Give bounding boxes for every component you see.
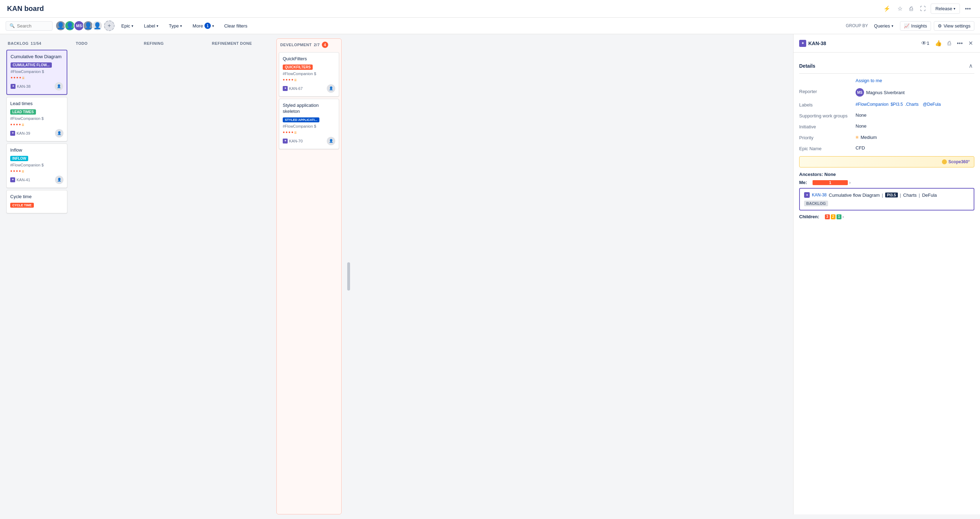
card-kan-70-id: ✦ KAN-70 <box>283 139 303 143</box>
type-filter-button[interactable]: Type ▾ <box>165 21 186 31</box>
insights-button[interactable]: 📈 Insights <box>900 21 931 31</box>
card-kan-38[interactable]: Cumulative flow Diagram CUMULATIVE FLOW.… <box>6 50 67 95</box>
issue-link-title: ✦ KAN-38 Cumulative flow Diagram | PI3.5… <box>804 192 969 198</box>
expand-button[interactable]: ⛶ <box>918 4 928 13</box>
star-2: ● <box>13 169 15 174</box>
release-button[interactable]: Release ▾ <box>931 3 960 14</box>
star-1: ● <box>283 78 285 83</box>
kan-70-icon: ✦ <box>283 139 288 143</box>
detail-view-button[interactable]: 👁 1 <box>920 39 931 48</box>
star-button[interactable]: ☆ <box>896 4 905 13</box>
view-settings-button[interactable]: ⚙ View settings <box>934 21 974 31</box>
ancestors-title: Ancestors: None <box>799 172 974 177</box>
more-filter-button[interactable]: More 1 ▾ <box>189 21 218 31</box>
eye-icon: 👁 <box>921 40 927 46</box>
star-3: ● <box>16 123 18 127</box>
card-cycle-time-label: CYCLE TIME <box>10 203 34 208</box>
close-icon: ✕ <box>968 40 973 46</box>
header: KAN board ⚡ ☆ ⎙ ⛶ Release ▾ ••• <box>0 0 980 18</box>
scroll-area <box>344 38 353 514</box>
card-cycle-time-title: Cycle time <box>10 194 64 200</box>
scroll-indicator <box>347 262 350 291</box>
search-input[interactable] <box>17 23 49 29</box>
backlog-column-header: BACKLOG 11/54 <box>4 38 70 48</box>
star-3: ● <box>288 78 291 83</box>
kan-38-id-text: KAN-38 <box>17 84 31 89</box>
development-cards: QuickFilters QUICKFILTERS #FlowCompanion… <box>277 51 341 514</box>
epic-name-value: CFD <box>856 145 974 151</box>
chevron-up-icon: ∧ <box>969 62 973 69</box>
charts-text: Charts <box>903 193 916 198</box>
card-kan-70[interactable]: Styled application skeleton STYLED APPLI… <box>279 99 339 149</box>
share-icon: ⎙ <box>948 40 951 46</box>
card-kan-39-title: Lead times <box>10 101 64 107</box>
reporter-value: MS Magnus Siverbrant <box>856 88 974 97</box>
detail-more-button[interactable]: ••• <box>955 39 964 48</box>
more-options-button[interactable]: ••• <box>963 4 973 13</box>
assign-to-me-link[interactable]: Assign to me <box>856 78 882 83</box>
refinement-done-title: REFINEMENT DONE <box>212 41 252 46</box>
children-yellow-count: 2 <box>832 215 834 219</box>
group-by-label: GROUP BY <box>846 23 868 28</box>
search-box[interactable]: 🔍 <box>6 21 52 31</box>
label-defula[interactable]: @DeFula <box>923 102 941 107</box>
detail-actions: 👁 1 👍 ⎙ ••• ✕ <box>920 38 974 48</box>
card-kan-41-title: Inflow <box>10 147 64 153</box>
assign-label-empty <box>799 78 856 79</box>
todo-column-header: TODO <box>72 38 137 48</box>
label-charts[interactable]: .Charts <box>905 102 919 107</box>
scope360-dot <box>942 159 947 164</box>
label-filter-label: Label <box>144 23 155 29</box>
share-header-button[interactable]: ⎙ <box>907 4 915 13</box>
me-count: 1 <box>829 180 831 185</box>
children-red-bar: 3 <box>825 214 830 219</box>
development-column: DEVELOPMENT 2/7 4 QuickFilters QUICKFILT… <box>276 38 342 514</box>
epic-filter-label: Epic <box>121 23 130 29</box>
avatar-group: 👤 👤 MS 👤 👤 + <box>55 21 115 31</box>
priority-medium-5-icon: ≡ <box>294 130 296 135</box>
card-kan-41[interactable]: Inflow INFLOW #FlowCompanion $ ● ● ● ● ≡… <box>6 143 67 188</box>
label-filter-button[interactable]: Label ▾ <box>140 21 162 31</box>
detail-collapse-button[interactable]: ∧ <box>967 61 974 70</box>
todo-title: TODO <box>76 41 88 46</box>
queries-button[interactable]: Queries ▾ <box>870 21 897 31</box>
clear-filters-button[interactable]: Clear filters <box>221 22 251 30</box>
detail-close-button[interactable]: ✕ <box>967 38 974 48</box>
more-filter-label: More <box>192 23 203 29</box>
kan-70-id-text: KAN-70 <box>289 139 303 143</box>
more-icon: ••• <box>957 40 963 46</box>
detail-thumbsup-button[interactable]: 👍 <box>934 38 943 48</box>
me-row: Me: 1 › <box>799 180 974 185</box>
issue-link-sep3: | <box>919 193 920 198</box>
issue-link-title-text: Cumulative flow Diagram <box>829 193 880 198</box>
star-3: ● <box>16 75 18 80</box>
priority-medium-icon: ≡ <box>22 75 24 80</box>
add-assignee-button[interactable]: + <box>104 21 115 31</box>
card-kan-67-footer: ✦ KAN-67 👤 <box>283 84 335 93</box>
scope360-bar: Scope360° <box>799 156 974 167</box>
initiative-row: Initiative None <box>799 123 974 129</box>
card-cycle-time[interactable]: Cycle time CYCLE TIME <box>6 190 67 213</box>
card-kan-39[interactable]: Lead times LEAD TIMES #FlowCompanion $ ●… <box>6 97 67 142</box>
type-filter-label: Type <box>169 23 179 29</box>
me-progress-arrow: › <box>849 180 851 185</box>
detail-panel: ✦ KAN-38 👁 1 👍 ⎙ ••• ✕ <box>793 34 980 514</box>
card-kan-67-label: QUICKFILTERS <box>283 65 313 70</box>
backlog-title: BACKLOG <box>8 41 29 46</box>
ancestors-value: None <box>824 172 836 177</box>
issue-link-id[interactable]: KAN-38 <box>812 193 827 197</box>
star-2: ● <box>286 78 288 83</box>
card-kan-67[interactable]: QuickFilters QUICKFILTERS #FlowCompanion… <box>279 52 339 97</box>
release-label: Release <box>935 6 952 11</box>
detail-share-button[interactable]: ⎙ <box>946 39 953 48</box>
priority-medium-4-icon: ≡ <box>294 78 296 83</box>
development-title: DEVELOPMENT <box>280 43 312 47</box>
avatar-5[interactable]: 👤 <box>92 21 103 31</box>
epic-filter-button[interactable]: Epic ▾ <box>118 21 137 31</box>
label-pi35[interactable]: $PI3.5 <box>891 102 903 107</box>
kan-67-icon: ✦ <box>283 86 288 91</box>
label-flowcompanion[interactable]: #FlowCompanion <box>856 102 888 107</box>
search-icon: 🔍 <box>10 23 15 28</box>
lightning-button[interactable]: ⚡ <box>881 4 892 13</box>
star-1: ● <box>10 169 12 174</box>
